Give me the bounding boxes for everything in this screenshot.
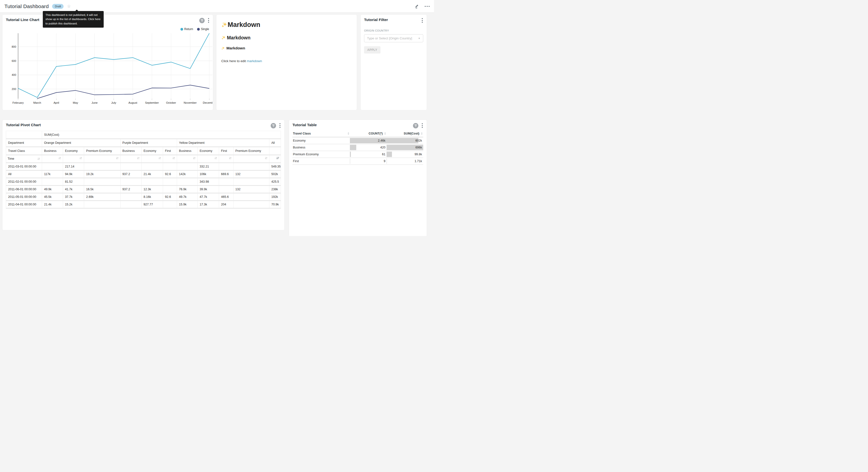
sort-icon[interactable]	[137, 156, 140, 160]
pivot-metric-row: SUM(Cost)	[6, 131, 281, 139]
table-row: First91.71k	[292, 158, 423, 165]
pivot-metric-label: SUM(Cost)	[42, 131, 281, 139]
pivot-data-row: 2011-05-01 00:00:0045.5k37.7k2.69k8.16k9…	[6, 193, 281, 201]
sort-icon[interactable]	[37, 157, 40, 160]
sort-caret-icon	[421, 132, 423, 135]
legend-item-return[interactable]: Return	[181, 27, 193, 31]
filter-card-menu-icon[interactable]	[421, 18, 423, 23]
travel-class-cell: Economy	[292, 137, 350, 144]
pivot-table: SUM(Cost)DepartmentOrange DepartmentPurp…	[6, 131, 281, 209]
chevron-down-icon: ▼	[418, 37, 420, 40]
sort-caret-icon	[347, 132, 349, 135]
pivot-group-header: All	[269, 139, 281, 147]
cross-filter-indicator-icon[interactable]	[271, 123, 276, 128]
sort-icon[interactable]	[116, 156, 119, 160]
draft-badge[interactable]: Draft	[52, 4, 64, 9]
pivot-class-header: Economy	[63, 147, 84, 155]
count-cell: 420	[350, 144, 386, 151]
pivot-class-header: Premium Economy	[233, 147, 269, 155]
filter-card: Tutorial Filter ORIGIN COUNTRY Type or S…	[361, 14, 427, 110]
count-cell: 2.46k	[350, 137, 386, 144]
sort-caret-icon	[384, 132, 386, 135]
origin-country-select[interactable]: Type or Select [Origin Country] ▼	[364, 34, 423, 42]
pivot-class-header: Premium Economy	[84, 147, 120, 155]
sparkles-icon	[221, 35, 226, 40]
sum-cell: 1.71k	[386, 158, 423, 165]
pivot-chart-menu-icon[interactable]	[279, 123, 281, 128]
sort-icon[interactable]	[172, 156, 175, 160]
sort-icon[interactable]	[228, 156, 232, 160]
svg-text:December: December	[203, 101, 213, 104]
pivot-data-row: All117k94.9k19.2k937.221.4k92.6142k106k6…	[6, 170, 281, 178]
favorite-star-icon[interactable]: ☆	[67, 4, 71, 9]
line-chart-card: Tutorial Line Chart ReturnSingle 2004006…	[2, 14, 213, 110]
pivot-class-header: Economy	[197, 147, 219, 155]
svg-text:May: May	[73, 101, 78, 104]
pivot-time-label: Time	[7, 156, 14, 161]
count-cell: 61	[350, 151, 386, 158]
pivot-class-header: Business	[120, 147, 142, 155]
pivot-department-row: DepartmentOrange DepartmentPurple Depart…	[6, 139, 281, 147]
sort-icon[interactable]	[214, 156, 217, 160]
sort-icon[interactable]	[58, 156, 61, 160]
publish-tooltip: This dashboard is not published, it will…	[43, 11, 104, 28]
pivot-class-header	[269, 147, 281, 155]
table-card-title: Tutorial Table	[292, 123, 317, 127]
pivot-chart-title: Tutorial Pivot Chart	[6, 123, 41, 127]
edit-pencil-icon[interactable]	[414, 4, 419, 9]
svg-text:November: November	[184, 101, 196, 104]
sort-icon[interactable]	[79, 156, 83, 160]
sort-desc-icon[interactable]	[276, 156, 279, 160]
sort-icon[interactable]	[158, 156, 161, 160]
apply-button[interactable]: APPLY	[364, 46, 380, 54]
svg-text:June: June	[91, 101, 98, 104]
line-chart-menu-icon[interactable]	[208, 18, 210, 23]
markdown-h3: Markdown	[221, 46, 352, 50]
travel-class-cell: Business	[292, 144, 350, 151]
markdown-paragraph: Click here to edit markdown	[221, 59, 352, 63]
pivot-data-row: 2011-06-01 00:00:0049.9k41.7k16.5k937.21…	[6, 185, 281, 193]
pivot-class-header: Economy	[142, 147, 163, 155]
pivot-class-header: Business	[42, 147, 63, 155]
svg-text:July: July	[111, 101, 116, 104]
table-card: Tutorial Table Travel ClassCOUNT(*)SUM(C…	[289, 120, 427, 236]
pivot-data-row: 2011-02-01 00:00:0081.52343.98425.5	[6, 178, 281, 185]
pivot-group-header: Orange Department	[42, 139, 120, 147]
table-card-menu-icon[interactable]	[421, 123, 423, 128]
filter-field-label: ORIGIN COUNTRY	[364, 29, 423, 32]
column-header-sum-cost[interactable]: SUM(Cost)	[386, 130, 423, 137]
markdown-h2: Markdown	[221, 35, 352, 40]
header-menu-icon[interactable]	[425, 6, 430, 7]
table-row: Economy2.46k602k	[292, 137, 423, 144]
chart-legend: ReturnSingle	[181, 27, 209, 31]
cross-filter-indicator-icon[interactable]	[413, 123, 418, 128]
line-chart-title: Tutorial Line Chart	[6, 18, 39, 22]
line-chart-canvas[interactable]: 200400600800FebruaryMarchAprilMayJuneJul…	[3, 32, 213, 107]
table-row: Business420696k	[292, 144, 423, 151]
sort-icon[interactable]	[193, 156, 196, 160]
page-title: Tutorial Dashboard	[4, 3, 49, 9]
markdown-edit-link[interactable]: markdown	[247, 59, 262, 63]
legend-item-single[interactable]: Single	[197, 27, 209, 31]
column-header-travel-class[interactable]: Travel Class	[292, 130, 350, 137]
cross-filter-indicator-icon[interactable]	[199, 18, 205, 23]
pivot-group-header: Department	[6, 139, 42, 147]
sparkles-icon	[221, 22, 228, 28]
svg-text:October: October	[166, 101, 176, 104]
pivot-data-row: 2011-03-01 00:00:00217.14332.21549.35	[6, 163, 281, 170]
pivot-class-header: Travel Class	[6, 147, 42, 155]
column-header-count[interactable]: COUNT(*)	[350, 130, 386, 137]
select-placeholder: Type or Select [Origin Country]	[367, 36, 412, 40]
sort-icon[interactable]	[265, 156, 268, 160]
sparkles-icon	[221, 47, 225, 50]
svg-text:February: February	[12, 101, 24, 104]
travel-class-cell: Premium Economy	[292, 151, 350, 158]
markdown-card: Markdown Markdown Markdown Click here to…	[216, 14, 357, 110]
pivot-group-header: Yellow Department	[177, 139, 270, 147]
travel-class-cell: First	[292, 158, 350, 165]
pivot-class-header: First	[219, 147, 233, 155]
svg-text:400: 400	[12, 73, 16, 76]
markdown-h1: Markdown	[221, 21, 352, 29]
pivot-sort-row: Time	[6, 155, 281, 163]
data-table: Travel ClassCOUNT(*)SUM(Cost) Economy2.4…	[292, 130, 423, 165]
